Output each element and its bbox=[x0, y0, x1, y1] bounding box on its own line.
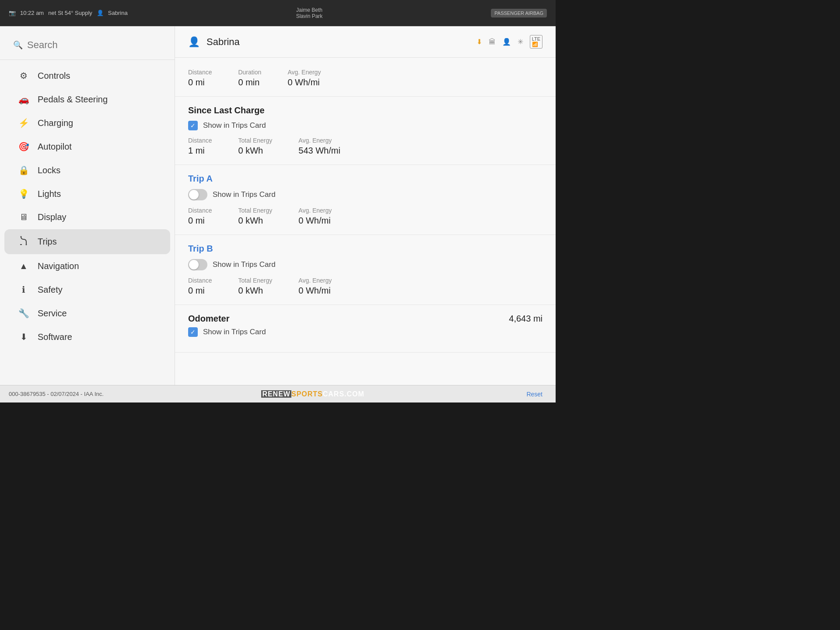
sidebar-item-autopilot[interactable]: 🎯 Autopilot bbox=[4, 135, 170, 158]
odometer-toggle-row: ✓ Show in Trips Card bbox=[188, 327, 542, 337]
status-time: 10:22 am bbox=[20, 10, 44, 16]
bag-icon: 🏛 bbox=[489, 38, 496, 46]
camera-icon: 📷 bbox=[9, 10, 16, 16]
search-input[interactable] bbox=[27, 39, 161, 51]
content-area: 👤 Sabrina ⬇ 🏛 👤 ✳ LTE📶 Distance 0 mi Dur… bbox=[175, 26, 556, 385]
trip-a-avg-energy-label: Avg. Energy bbox=[298, 207, 332, 214]
service-icon: 🔧 bbox=[18, 308, 30, 318]
since-last-charge-toggle-row: ✓ Show in Trips Card bbox=[188, 121, 542, 130]
status-bar: 📷 10:22 am net St 54° Supply 👤 Sabrina J… bbox=[0, 0, 556, 26]
trip-b-distance-value: 0 mi bbox=[188, 286, 212, 296]
since-last-charge-toggle-label: Show in Trips Card bbox=[203, 121, 266, 130]
sidebar-item-service[interactable]: 🔧 Service bbox=[4, 302, 170, 325]
trip-a-avg-energy-value: 0 Wh/mi bbox=[298, 216, 332, 226]
svg-point-1 bbox=[26, 244, 27, 245]
sidebar-item-label: Lights bbox=[38, 189, 61, 199]
trip-b-total-energy: Total Energy 0 kWh bbox=[238, 277, 272, 296]
status-left: 📷 10:22 am net St 54° Supply 👤 Sabrina bbox=[9, 10, 128, 16]
trip-a-total-energy-label: Total Energy bbox=[238, 207, 272, 214]
sidebar-item-safety[interactable]: ℹ Safety bbox=[4, 278, 170, 301]
bottom-bar: 000-38679535 - 02/07/2024 - IAA Inc. REN… bbox=[0, 385, 556, 402]
sidebar: 🔍 ⚙ Controls 🚗 Pedals & Steering ⚡ Charg… bbox=[0, 26, 175, 385]
trip-b-title: Trip B bbox=[188, 244, 542, 254]
current-avg-energy: Avg. Energy 0 Wh/mi bbox=[287, 69, 321, 88]
trip-a-total-energy: Total Energy 0 kWh bbox=[238, 207, 272, 226]
svg-point-0 bbox=[21, 236, 22, 238]
sidebar-item-display[interactable]: 🖥 Display bbox=[4, 206, 170, 228]
odometer-value: 4,643 mi bbox=[509, 314, 542, 324]
sidebar-item-software[interactable]: ⬇ Software bbox=[4, 326, 170, 348]
locks-icon: 🔒 bbox=[18, 165, 30, 175]
current-duration-label: Duration bbox=[238, 69, 261, 76]
status-user: Sabrina bbox=[108, 10, 128, 16]
odometer-checkbox[interactable]: ✓ bbox=[188, 327, 198, 337]
trip-a-avg-energy: Avg. Energy 0 Wh/mi bbox=[298, 207, 332, 226]
trip-a-distance: Distance 0 mi bbox=[188, 207, 212, 226]
watermark-sports: SPORTS bbox=[291, 390, 323, 398]
current-duration-value: 0 min bbox=[238, 77, 261, 88]
sidebar-item-trips[interactable]: Trips bbox=[4, 229, 170, 254]
trip-b-section: Trip B Show in Trips Card Distance 0 mi … bbox=[175, 235, 556, 305]
trip-b-distance-label: Distance bbox=[188, 277, 212, 284]
trip-a-distance-label: Distance bbox=[188, 207, 212, 214]
odometer-title: Odometer bbox=[188, 314, 229, 324]
trip-b-distance: Distance 0 mi bbox=[188, 277, 212, 296]
trip-b-total-energy-label: Total Energy bbox=[238, 277, 272, 284]
trip-a-title: Trip A bbox=[188, 174, 542, 184]
trip-b-toggle-knob bbox=[189, 260, 199, 270]
since-last-charge-section: Since Last Charge ✓ Show in Trips Card D… bbox=[175, 97, 556, 165]
autopilot-icon: 🎯 bbox=[18, 141, 30, 152]
current-trip-section: Distance 0 mi Duration 0 min Avg. Energy… bbox=[175, 58, 556, 97]
current-trip-stats: Distance 0 mi Duration 0 min Avg. Energy… bbox=[188, 69, 542, 88]
trip-a-total-energy-value: 0 kWh bbox=[238, 216, 272, 226]
sidebar-item-label: Navigation bbox=[38, 261, 79, 271]
watermark-renew: RENEW bbox=[261, 390, 291, 398]
slc-distance-value: 1 mi bbox=[188, 146, 212, 156]
slc-distance-label: Distance bbox=[188, 137, 212, 144]
sidebar-item-charging[interactable]: ⚡ Charging bbox=[4, 112, 170, 134]
sidebar-item-navigation[interactable]: ▲ Navigation bbox=[4, 255, 170, 277]
trip-a-section: Trip A Show in Trips Card Distance 0 mi … bbox=[175, 165, 556, 235]
lights-icon: 💡 bbox=[18, 189, 30, 199]
trip-b-toggle[interactable] bbox=[188, 259, 207, 270]
sidebar-item-label: Autopilot bbox=[38, 142, 72, 152]
navigation-icon: ▲ bbox=[18, 261, 30, 271]
status-right: PASSENGER AIRBAG bbox=[491, 9, 547, 18]
airbag-label: PASSENGER AIRBAG bbox=[494, 10, 543, 16]
slc-total-energy: Total Energy 0 kWh bbox=[238, 137, 272, 156]
sidebar-item-controls[interactable]: ⚙ Controls bbox=[4, 64, 170, 87]
safety-icon: ℹ bbox=[18, 284, 30, 295]
sidebar-item-label: Controls bbox=[38, 71, 70, 81]
status-location: net St 54° Supply bbox=[48, 10, 92, 16]
search-bar: 🔍 bbox=[0, 35, 175, 60]
since-last-charge-checkbox[interactable]: ✓ bbox=[188, 121, 198, 130]
trip-a-toggle-label: Show in Trips Card bbox=[213, 190, 276, 199]
current-avg-label: Avg. Energy bbox=[287, 69, 321, 76]
lte-badge: LTE📶 bbox=[530, 35, 542, 49]
reset-button[interactable]: Reset bbox=[522, 389, 547, 399]
sidebar-item-label: Charging bbox=[38, 118, 73, 128]
sidebar-item-locks[interactable]: 🔒 Locks bbox=[4, 159, 170, 182]
download-icon: ⬇ bbox=[476, 38, 482, 46]
controls-icon: ⚙ bbox=[18, 70, 30, 81]
watermark-cars: CARS.COM bbox=[323, 390, 364, 398]
bottom-info: 000-38679535 - 02/07/2024 - IAA Inc. bbox=[9, 391, 104, 397]
slc-avg-energy-label: Avg. Energy bbox=[298, 137, 340, 144]
trip-a-toggle[interactable] bbox=[188, 189, 207, 200]
trip-a-stats: Distance 0 mi Total Energy 0 kWh Avg. En… bbox=[188, 207, 542, 226]
since-last-charge-title: Since Last Charge bbox=[188, 105, 542, 116]
current-distance-value: 0 mi bbox=[188, 77, 212, 88]
pedals-icon: 🚗 bbox=[18, 94, 30, 105]
current-distance-label: Distance bbox=[188, 69, 212, 76]
nav-location: Slavin Park bbox=[296, 13, 323, 19]
search-icon: 🔍 bbox=[13, 40, 23, 50]
sidebar-item-pedals[interactable]: 🚗 Pedals & Steering bbox=[4, 88, 170, 111]
trip-a-toggle-knob bbox=[189, 190, 199, 200]
watermark: RENEWSPORTSCARS.COM bbox=[261, 390, 364, 398]
sidebar-item-label: Pedals & Steering bbox=[38, 94, 108, 105]
sidebar-item-lights[interactable]: 💡 Lights bbox=[4, 182, 170, 205]
trip-b-stats: Distance 0 mi Total Energy 0 kWh Avg. En… bbox=[188, 277, 542, 296]
trip-b-avg-energy: Avg. Energy 0 Wh/mi bbox=[298, 277, 332, 296]
trip-b-avg-energy-label: Avg. Energy bbox=[298, 277, 332, 284]
slc-avg-energy: Avg. Energy 543 Wh/mi bbox=[298, 137, 340, 156]
